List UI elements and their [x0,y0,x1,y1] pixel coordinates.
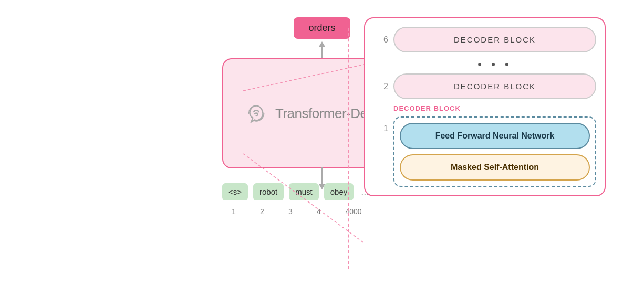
block-1-inner: Feed Forward Neural Network Masked Self-… [393,116,596,187]
block-1-number: 1 [373,124,388,133]
token-must: must [289,183,319,200]
token-num-3: 3 [279,207,302,216]
block-6-row: 6 DECODER BLOCK [373,27,596,52]
decoder-block-2: DECODER BLOCK [393,73,596,99]
token-numbers-row: 1 2 3 4 4000 [222,207,365,216]
token-num-2: 2 [251,207,274,216]
input-arrow-line [321,167,323,184]
main-diagram: orders Transformer-Decoder [33,12,611,285]
decoder-block-6: DECODER BLOCK [393,27,596,52]
svg-point-0 [256,115,257,116]
token-robot: robot [253,183,284,200]
ffnn-box: Feed Forward Neural Network [400,123,590,149]
dots-row: • • • [393,58,596,71]
token-num-1: 1 [222,207,245,216]
msa-box: Masked Self-Attention [400,154,590,181]
output-label: orders [308,23,335,33]
right-section: 6 DECODER BLOCK • • • 2 DECODER BLOCK DE… [364,17,606,196]
block-2-number: 2 [373,82,388,91]
token-s: <s> [222,183,248,200]
block-6-number: 6 [373,35,388,45]
transformer-icon [244,101,269,126]
outer-box: 6 DECODER BLOCK • • • 2 DECODER BLOCK DE… [364,17,606,196]
token-num-4: 4 [307,207,330,216]
decoder-block-label: DECODER BLOCK [393,104,596,112]
block-2-row: 2 DECODER BLOCK [373,73,596,99]
token-num-4000: 4000 [342,207,365,216]
arrow-up-head [319,41,325,47]
divider-line [348,28,349,269]
output-box: orders [294,17,350,39]
